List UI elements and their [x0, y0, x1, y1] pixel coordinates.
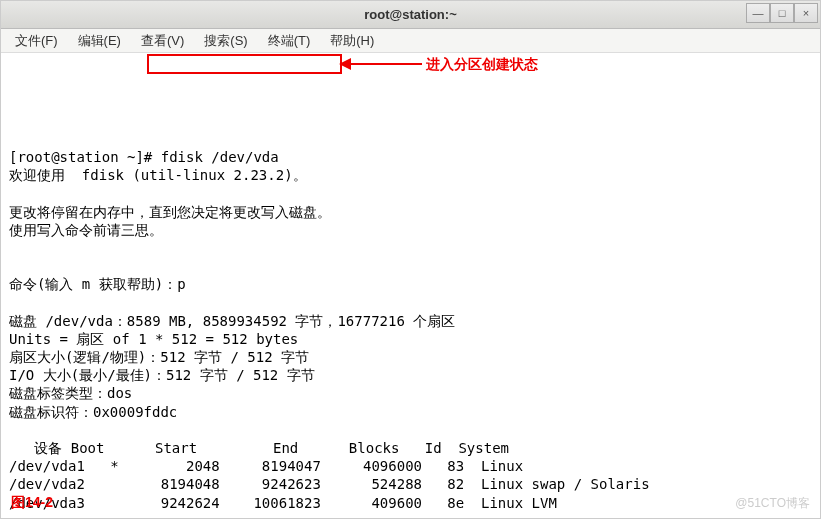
menu-help[interactable]: 帮助(H) — [322, 30, 382, 52]
disk-identifier: 磁盘标识符：0x0009fddc — [9, 404, 177, 420]
window-title: root@station:~ — [364, 7, 456, 22]
partition-row-2: /dev/vda2 8194048 9242623 524288 82 Linu… — [9, 476, 650, 492]
units-info: Units = 扇区 of 1 * 512 = 512 bytes — [9, 331, 298, 347]
partition-row-3: /dev/vda3 9242624 10061823 409600 8e Lin… — [9, 495, 557, 511]
figure-label: 图14-2 — [11, 494, 53, 512]
menu-edit[interactable]: 编辑(E) — [70, 30, 129, 52]
terminal-content[interactable]: 进入分区创建状态 [root@station ~]# fdisk /dev/vd… — [1, 53, 820, 519]
welcome-line: 欢迎使用 fdisk (util-linux 2.23.2)。 — [9, 167, 307, 183]
menu-terminal[interactable]: 终端(T) — [260, 30, 319, 52]
command-prompt-p: 命令(输入 m 获取帮助)：p — [9, 276, 186, 292]
close-button[interactable]: × — [794, 3, 818, 23]
warning-line-2: 使用写入命令前请三思。 — [9, 222, 163, 238]
disk-label-type: 磁盘标签类型：dos — [9, 385, 132, 401]
highlight-box — [147, 54, 342, 74]
arrow-head-icon — [339, 58, 351, 70]
watermark: @51CTO博客 — [735, 495, 810, 512]
io-size: I/O 大小(最小/最佳)：512 字节 / 512 字节 — [9, 367, 315, 383]
menu-view[interactable]: 查看(V) — [133, 30, 192, 52]
annotation-text: 进入分区创建状态 — [426, 55, 538, 73]
window-controls: — □ × — [746, 3, 818, 23]
arrow-line — [344, 63, 422, 65]
disk-info: 磁盘 /dev/vda：8589 MB, 8589934592 字节，16777… — [9, 313, 455, 329]
menu-search[interactable]: 搜索(S) — [196, 30, 255, 52]
prompt-line: [root@station ~]# fdisk /dev/vda — [9, 149, 279, 165]
warning-line-1: 更改将停留在内存中，直到您决定将更改写入磁盘。 — [9, 204, 331, 220]
sector-size: 扇区大小(逻辑/物理)：512 字节 / 512 字节 — [9, 349, 309, 365]
maximize-button[interactable]: □ — [770, 3, 794, 23]
minimize-button[interactable]: — — [746, 3, 770, 23]
menu-file[interactable]: 文件(F) — [7, 30, 66, 52]
partition-table-header: 设备 Boot Start End Blocks Id System — [9, 440, 509, 456]
menubar: 文件(F) 编辑(E) 查看(V) 搜索(S) 终端(T) 帮助(H) — [1, 29, 820, 53]
window-titlebar: root@station:~ — □ × — [1, 1, 820, 29]
partition-row-1: /dev/vda1 * 2048 8194047 4096000 83 Linu… — [9, 458, 523, 474]
